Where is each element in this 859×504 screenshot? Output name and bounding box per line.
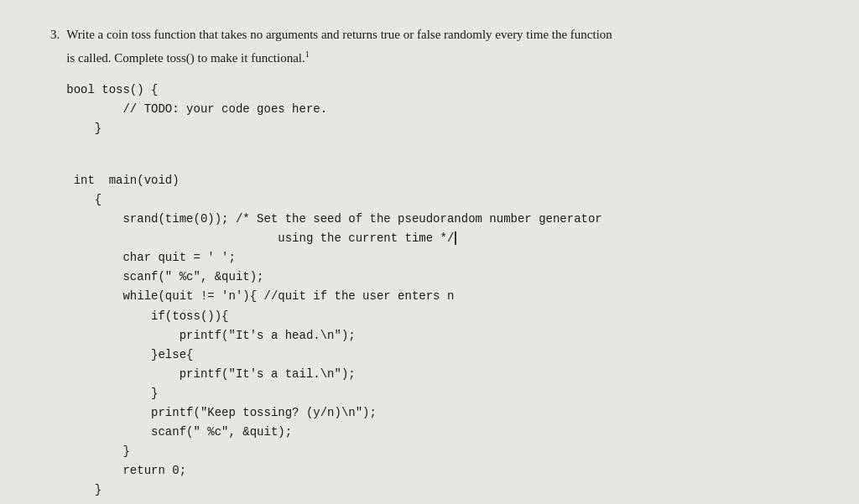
footnote: 1 [305,49,310,59]
question-container: 3. Write a coin toss function that takes… [50,25,809,504]
code-bool-block: bool toss() { // TODO: your code goes he… [66,81,612,138]
text-cursor [455,231,456,245]
code-bool-section: bool toss() { // TODO: your code goes he… [66,81,612,138]
code-main-section: int main(void) { srand(time(0)); /* Set … [66,152,612,501]
code-main-block[interactable]: int main(void) { srand(time(0)); /* Set … [66,152,612,501]
question-body: Write a coin toss function that takes no… [66,25,612,504]
description-line2: is called. Complete toss() to make it fu… [66,48,612,68]
question-number: 3. [50,25,60,504]
description-line1: Write a coin toss function that takes no… [66,25,612,44]
